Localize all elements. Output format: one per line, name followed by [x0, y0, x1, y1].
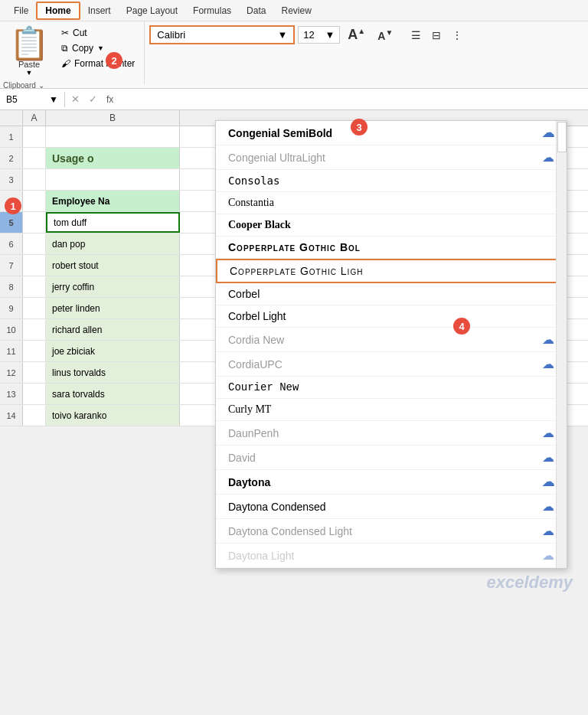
- font-option-daytona-condensed[interactable]: Daytona Condensed ☁: [216, 495, 567, 519]
- font-option-copperplate-gothic-light[interactable]: Copperplate Gothic Ligh: [216, 259, 567, 283]
- cell-b14[interactable]: toivo karanko: [46, 405, 180, 426]
- increase-font-button[interactable]: A▲: [343, 24, 370, 45]
- badge-3: 3: [351, 119, 368, 135]
- cell-b6[interactable]: dan pop: [46, 233, 180, 254]
- cell-a14[interactable]: [23, 405, 46, 426]
- row-header-6[interactable]: 6: [0, 233, 23, 254]
- cell-b13[interactable]: sara torvalds: [46, 384, 180, 404]
- col-header-b[interactable]: B: [46, 110, 180, 126]
- cell-b3[interactable]: [46, 169, 180, 190]
- cell-a9[interactable]: [23, 298, 46, 318]
- badge-1: 1: [5, 198, 21, 214]
- font-option-daytona-condensed-light[interactable]: Daytona Condensed Light ☁: [216, 519, 567, 544]
- row-header-13[interactable]: 13: [0, 384, 23, 404]
- copy-button[interactable]: ⧉ Copy ▼: [58, 41, 138, 55]
- cloud-download-icon: ☁: [542, 126, 554, 140]
- align-right-button[interactable]: ⊟: [427, 27, 446, 44]
- formula-fx-icon[interactable]: fx: [106, 94, 113, 105]
- menu-formulas[interactable]: Formulas: [185, 3, 239, 18]
- cell-b11[interactable]: joe zbiciak: [46, 341, 180, 361]
- menu-insert[interactable]: Insert: [80, 3, 119, 18]
- cell-b2[interactable]: Usage o: [46, 148, 180, 168]
- row-header-5[interactable]: 5: [0, 212, 23, 233]
- font-option-daunpenh[interactable]: DaunPenh ☁: [216, 421, 567, 446]
- watermark: exceldemy: [486, 573, 573, 593]
- font-option-congenial-ultralight[interactable]: Congenial UltraLight ☁: [216, 145, 567, 170]
- decrease-font-button[interactable]: A▼: [373, 26, 397, 44]
- font-option-corbel[interactable]: Corbel: [216, 283, 567, 305]
- formula-confirm-button[interactable]: ✓: [86, 92, 100, 106]
- cell-a10[interactable]: [23, 319, 46, 340]
- cell-b8[interactable]: jerry coffin: [46, 276, 180, 297]
- cloud-download-icon: ☁: [542, 499, 554, 514]
- cell-a2[interactable]: [23, 148, 46, 168]
- row-header-3[interactable]: 3: [0, 169, 23, 190]
- row-header-10[interactable]: 10: [0, 319, 23, 340]
- row-header-8[interactable]: 8: [0, 276, 23, 297]
- font-option-curly-mt[interactable]: Curly MT: [216, 399, 567, 421]
- cloud-download-icon: ☁: [542, 150, 554, 165]
- font-size-dropdown[interactable]: 12 ▼: [298, 26, 340, 44]
- font-option-consolas[interactable]: Consolas: [216, 170, 567, 192]
- font-option-constantia[interactable]: Constantia: [216, 192, 567, 214]
- cell-a1[interactable]: [23, 126, 46, 147]
- menu-file[interactable]: File: [6, 3, 36, 18]
- font-option-cooper-black[interactable]: Cooper Black: [216, 214, 567, 237]
- font-list-scrollbar[interactable]: [556, 121, 567, 568]
- row-header-14[interactable]: 14: [0, 405, 23, 426]
- row-header-7[interactable]: 7: [0, 255, 23, 276]
- font-option-david[interactable]: David ☁: [216, 446, 567, 470]
- row-header-11[interactable]: 11: [0, 341, 23, 361]
- chevron-down-icon: ▼: [277, 29, 287, 41]
- clipboard-expand-icon[interactable]: ⌄: [38, 81, 44, 90]
- paste-button[interactable]: 📋 Paste ▼: [3, 23, 55, 80]
- font-option-congenial-semibold[interactable]: Congenial SemiBold ☁: [216, 121, 567, 145]
- row-header-9[interactable]: 9: [0, 298, 23, 318]
- cut-button[interactable]: ✂ Cut: [58, 26, 138, 40]
- row-header-2[interactable]: 2: [0, 148, 23, 168]
- cell-b5[interactable]: tom duff: [46, 212, 180, 233]
- font-option-daytona-light[interactable]: Daytona Light ☁: [216, 544, 567, 568]
- formula-cancel-button[interactable]: ✕: [68, 92, 83, 106]
- font-option-daytona[interactable]: Daytona ☁: [216, 470, 567, 495]
- cell-a12[interactable]: [23, 362, 46, 383]
- cloud-download-icon: ☁: [542, 450, 554, 465]
- row-header-1[interactable]: 1: [0, 126, 23, 147]
- cell-b10[interactable]: richard allen: [46, 319, 180, 340]
- format-painter-button[interactable]: 🖌 Format Painter: [58, 57, 138, 70]
- menu-home[interactable]: Home: [36, 2, 80, 20]
- cell-b1[interactable]: [46, 126, 180, 147]
- wrap-text-button[interactable]: ⋮: [447, 27, 467, 44]
- row-header-12[interactable]: 12: [0, 362, 23, 383]
- cell-a7[interactable]: [23, 255, 46, 276]
- font-option-copperplate-gothic-bold[interactable]: Copperplate Gothic Bol: [216, 237, 567, 259]
- font-list-overlay: Congenial SemiBold ☁ Congenial UltraLigh…: [215, 120, 567, 569]
- font-option-cordia-new[interactable]: Cordia New ☁: [216, 328, 567, 352]
- cell-b9[interactable]: peter linden: [46, 298, 180, 318]
- menu-review[interactable]: Review: [273, 3, 318, 18]
- menu-page-layout[interactable]: Page Layout: [119, 3, 185, 18]
- font-name-dropdown[interactable]: Calibri ▼: [149, 25, 295, 44]
- cell-a5[interactable]: [23, 212, 46, 233]
- align-menu-button[interactable]: ☰: [407, 27, 426, 44]
- cell-a6[interactable]: [23, 233, 46, 254]
- cell-b7[interactable]: robert stout: [46, 255, 180, 276]
- cell-b12[interactable]: linus torvalds: [46, 362, 180, 383]
- cell-b4[interactable]: Employee Na: [46, 191, 180, 211]
- col-header-a[interactable]: A: [23, 110, 46, 126]
- cell-a11[interactable]: [23, 341, 46, 361]
- badge-4: 4: [453, 318, 470, 335]
- font-option-cordiaupc[interactable]: CordiaUPC ☁: [216, 352, 567, 377]
- cell-a4[interactable]: [23, 191, 46, 211]
- font-option-corbel-light[interactable]: Corbel Light: [216, 305, 567, 328]
- menu-bar: File Home Insert Page Layout Formulas Da…: [0, 0, 588, 21]
- cell-a13[interactable]: [23, 384, 46, 404]
- cell-a8[interactable]: [23, 276, 46, 297]
- scrollbar-thumb[interactable]: [557, 122, 567, 152]
- cell-a3[interactable]: [23, 169, 46, 190]
- cell-reference-box[interactable]: B5 ▼: [0, 92, 65, 107]
- badge-2: 2: [106, 52, 122, 69]
- font-option-courier-new[interactable]: Courier New: [216, 377, 567, 399]
- menu-data[interactable]: Data: [239, 3, 273, 18]
- cloud-download-icon: ☁: [542, 475, 554, 489]
